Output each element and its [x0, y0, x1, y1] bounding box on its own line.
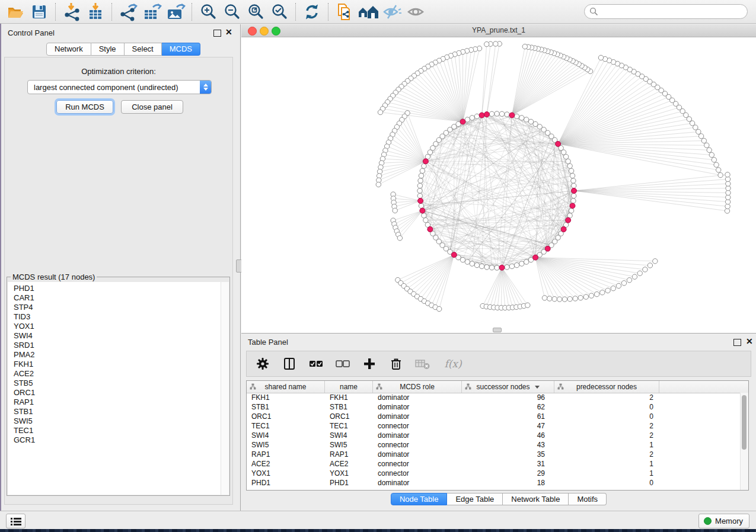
zoom-in-button[interactable] [196, 2, 220, 22]
close-panel-button[interactable]: Close panel [121, 100, 183, 114]
tab-network[interactable]: Network [46, 43, 91, 56]
table-cell: PHD1 [325, 479, 373, 487]
zoom-fit-button[interactable] [244, 2, 267, 22]
tab-select[interactable]: Select [125, 43, 162, 56]
table-cell: 1 [554, 469, 659, 477]
memory-button[interactable]: Memory [698, 514, 749, 528]
table-scrollbar-thumb[interactable] [742, 395, 747, 450]
mcds-result-item[interactable]: STB5 [8, 379, 221, 388]
show-panels-button[interactable] [6, 514, 25, 528]
create-column-button[interactable] [362, 356, 377, 371]
unselect-all-columns-button[interactable] [335, 356, 350, 371]
export-table-button[interactable] [140, 2, 164, 22]
column-label: shared name [264, 383, 306, 391]
tab-style[interactable]: Style [91, 43, 125, 56]
copy-network-button[interactable] [333, 2, 356, 22]
tab-edge-table[interactable]: Edge Table [447, 493, 503, 505]
table-row[interactable]: SWI5SWI5connector431 [247, 440, 741, 450]
column-header-MCDS-role[interactable]: MCDS role [373, 381, 462, 393]
table-row[interactable]: ACE2ACE2connector311 [247, 459, 741, 469]
mcds-result-item[interactable]: FKH1 [8, 360, 221, 369]
unchecked-boxes-icon [336, 360, 350, 368]
mcds-result-item[interactable]: YOX1 [8, 322, 221, 331]
table-cell: STB1 [247, 403, 325, 411]
column-header-successor-nodes[interactable]: successor nodes [462, 381, 554, 393]
open-file-button[interactable] [4, 2, 27, 22]
tab-network-table[interactable]: Network Table [503, 493, 569, 505]
mcds-result-item[interactable]: STP4 [8, 303, 221, 312]
mcds-result-item[interactable]: RAP1 [8, 398, 221, 407]
delete-column-button[interactable] [388, 356, 404, 371]
column-header-shared-name[interactable]: shared name [247, 381, 325, 393]
first-neighbors-button[interactable] [356, 2, 380, 22]
import-table-button[interactable] [84, 2, 107, 22]
function-builder-button[interactable]: f(x) [442, 356, 464, 371]
tab-motifs[interactable]: Motifs [569, 493, 607, 505]
search-input[interactable] [584, 4, 748, 19]
table-row[interactable]: TEC1TEC1connector472 [247, 421, 741, 431]
float-panel-icon[interactable] [733, 339, 741, 346]
table-cell: 31 [462, 460, 554, 468]
save-session-button[interactable] [27, 2, 51, 22]
mcds-result-item[interactable]: ACE2 [8, 369, 221, 379]
close-panel-icon[interactable]: ✕ [225, 27, 232, 37]
mcds-result-item[interactable]: SRD1 [8, 341, 221, 350]
mcds-result-item[interactable]: STB1 [8, 407, 221, 416]
criterion-select[interactable]: largest connected component (undirected) [27, 80, 212, 94]
network-window-titlebar[interactable]: YPA_prune.txt_1 [241, 24, 756, 37]
export-network-button[interactable] [116, 2, 140, 22]
table-row[interactable]: ORC1ORC1dominator610 [247, 412, 741, 421]
table-row[interactable]: RAP1RAP1dominator352 [247, 450, 741, 459]
show-all-button[interactable] [404, 2, 428, 22]
mcds-result-item[interactable]: ORC1 [8, 388, 221, 398]
refresh-layout-button[interactable] [300, 2, 324, 22]
table-tabs: Node TableEdge TableNetwork TableMotifs [241, 493, 756, 505]
table-cell: 0 [554, 479, 659, 487]
run-mcds-button[interactable]: Run MCDS [56, 100, 113, 114]
mcds-result-item[interactable]: CAR1 [8, 293, 221, 303]
close-panel-icon[interactable]: ✕ [746, 336, 753, 346]
mcds-list-scrollbar[interactable] [221, 282, 229, 495]
toolbar-separator [192, 3, 192, 21]
mcds-result-item[interactable]: SWI4 [8, 331, 221, 341]
table-row[interactable]: STB1STB1dominator620 [247, 402, 741, 412]
hide-selected-button[interactable] [380, 2, 404, 22]
table-cell: 46 [462, 431, 554, 440]
float-panel-icon[interactable] [213, 30, 221, 37]
mcds-result-item[interactable]: PHD1 [8, 284, 221, 293]
zoom-selected-button[interactable] [267, 2, 291, 22]
tab-mcds[interactable]: MCDS [162, 43, 200, 56]
show-column-button[interactable] [282, 356, 297, 371]
select-all-columns-button[interactable] [308, 356, 324, 371]
mcds-result-item[interactable]: SWI5 [8, 416, 221, 426]
table-row[interactable]: SWI4SWI4dominator462 [247, 431, 741, 440]
checked-boxes-icon [309, 360, 323, 368]
export-image-button[interactable] [164, 2, 187, 22]
table-cell: 35 [462, 450, 554, 459]
horizontal-splitter-grip[interactable] [493, 328, 502, 332]
window-minimize-icon[interactable] [260, 27, 269, 36]
table-options-button[interactable] [255, 356, 270, 371]
mcds-result-item[interactable]: GCR1 [8, 435, 221, 445]
import-network-button[interactable] [60, 2, 84, 22]
delete-table-button[interactable] [415, 356, 430, 371]
table-row[interactable]: YOX1YOX1connector291 [247, 469, 741, 478]
mcds-result-item[interactable]: TID3 [8, 312, 221, 322]
network-canvas[interactable] [241, 37, 756, 333]
column-header-name[interactable]: name [325, 381, 373, 393]
table-cell: RAP1 [325, 450, 373, 459]
column-label: MCDS role [400, 383, 435, 391]
table-cell: dominator [373, 450, 462, 459]
mcds-result-item[interactable]: PMA2 [8, 350, 221, 360]
window-maximize-icon[interactable] [272, 27, 280, 36]
window-close-icon[interactable] [248, 27, 257, 36]
table-row[interactable]: PHD1PHD1dominator180 [247, 478, 741, 488]
table-scrollbar[interactable] [740, 393, 748, 490]
mcds-result-item[interactable]: TEC1 [8, 426, 221, 435]
column-header-predecessor-nodes[interactable]: predecessor nodes [554, 381, 659, 393]
tab-node-table[interactable]: Node Table [391, 493, 448, 505]
import-network-icon [62, 2, 81, 21]
export-table-icon [142, 2, 162, 21]
table-row[interactable]: FKH1FKH1dominator962 [247, 393, 741, 402]
zoom-out-button[interactable] [220, 2, 244, 22]
